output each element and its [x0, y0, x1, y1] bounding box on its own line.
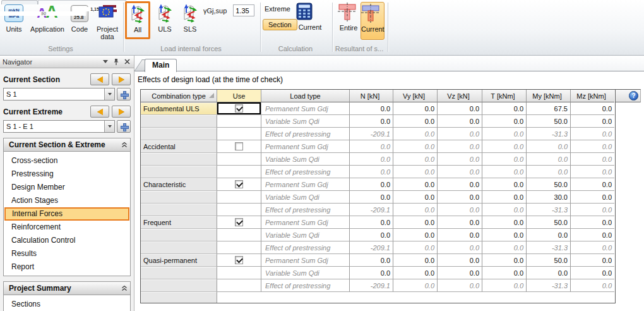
sidebar-item-results[interactable]: Results: [4, 247, 130, 260]
value-cell[interactable]: 0.0: [350, 178, 393, 191]
value-cell[interactable]: 0.0: [350, 229, 393, 241]
load-type-cell[interactable]: Permanent Sum Gdj: [261, 102, 350, 115]
use-cell[interactable]: [217, 267, 261, 279]
use-cell[interactable]: [217, 115, 261, 128]
value-cell[interactable]: 0.0: [571, 241, 614, 254]
load-type-cell[interactable]: Permanent Sum Gdj: [261, 140, 350, 153]
gamma-gj-sup-input[interactable]: [233, 4, 254, 16]
value-cell[interactable]: 0.0: [438, 178, 482, 191]
value-cell[interactable]: 0.0: [482, 128, 527, 140]
load-type-cell[interactable]: Effect of prestressing: [261, 166, 350, 178]
use-cell[interactable]: [217, 140, 261, 153]
value-cell[interactable]: -31.3: [527, 279, 571, 292]
current-section-select[interactable]: S 1: [3, 88, 115, 101]
combination-cell[interactable]: Frequent: [141, 216, 217, 229]
value-cell[interactable]: 0.0: [350, 115, 393, 128]
value-cell[interactable]: 0.0: [571, 191, 614, 204]
column-header-use[interactable]: Use: [217, 90, 261, 102]
value-cell[interactable]: 0.0: [393, 178, 438, 191]
load-type-cell[interactable]: Variable Sum Qdi: [261, 229, 350, 241]
combination-cell[interactable]: [141, 241, 217, 254]
value-cell[interactable]: 0.0: [438, 115, 482, 128]
combination-cell[interactable]: [141, 204, 217, 216]
value-cell[interactable]: 0.0: [438, 191, 482, 204]
value-cell[interactable]: 0.0: [571, 153, 614, 166]
value-cell[interactable]: 0.0: [527, 166, 571, 178]
value-cell[interactable]: 0.0: [571, 254, 614, 267]
load-all-button[interactable]: All: [125, 1, 150, 39]
value-cell[interactable]: -31.3: [527, 128, 571, 140]
load-type-cell[interactable]: Permanent Sum Gdj: [261, 254, 350, 267]
value-cell[interactable]: 0.0: [571, 279, 614, 292]
value-cell[interactable]: 0.0: [482, 229, 527, 241]
value-cell[interactable]: 0.0: [393, 128, 438, 140]
value-cell[interactable]: 0.0: [571, 115, 614, 128]
value-cell[interactable]: 0.0: [527, 229, 571, 241]
sidebar-item-prestressing[interactable]: Prestressing: [4, 168, 130, 181]
use-cell[interactable]: [217, 102, 261, 115]
value-cell[interactable]: 0.0: [571, 178, 614, 191]
load-type-cell[interactable]: Variable Sum Qdi: [261, 153, 350, 166]
prev-extreme-button[interactable]: [90, 106, 109, 118]
value-cell[interactable]: 0.0: [438, 102, 482, 115]
use-cell[interactable]: [217, 204, 261, 216]
value-cell[interactable]: 0.0: [438, 216, 482, 229]
resultant-current-button[interactable]: Current: [361, 2, 385, 40]
use-checkbox[interactable]: [235, 142, 243, 150]
value-cell[interactable]: 0.0: [393, 216, 438, 229]
column-header-n-kn[interactable]: N [kN]: [350, 90, 393, 102]
value-cell[interactable]: 0.0: [393, 115, 438, 128]
current-extreme-select[interactable]: S 1 - E 1: [3, 120, 115, 133]
value-cell[interactable]: 0.0: [438, 140, 482, 153]
chevron-down-icon[interactable]: [104, 88, 114, 100]
use-cell[interactable]: [217, 153, 261, 166]
value-cell[interactable]: 0.0: [438, 267, 482, 279]
panel-menu-icon[interactable]: [101, 58, 110, 66]
column-header-vy-kn[interactable]: Vy [kN]: [393, 90, 438, 102]
value-cell[interactable]: 0.0: [482, 216, 527, 229]
value-cell[interactable]: 0.0: [571, 229, 614, 241]
use-cell[interactable]: [217, 254, 261, 267]
value-cell[interactable]: 0.0: [571, 102, 614, 115]
chevron-down-icon[interactable]: [104, 121, 114, 132]
use-checkbox[interactable]: [235, 180, 243, 188]
value-cell[interactable]: 0.0: [482, 140, 527, 153]
use-cell[interactable]: [217, 279, 261, 292]
value-cell[interactable]: 30.0: [527, 191, 571, 204]
project-data-button[interactable]: Project data: [92, 3, 122, 40]
value-cell[interactable]: 0.0: [527, 140, 571, 153]
help-icon[interactable]: ?: [629, 91, 638, 101]
application-button[interactable]: AA Application: [29, 3, 66, 33]
sidebar-item-sections[interactable]: Sections: [4, 298, 130, 311]
column-header-load-type[interactable]: Load type: [261, 90, 350, 102]
value-cell[interactable]: 0.0: [438, 128, 482, 140]
value-cell[interactable]: -31.3: [527, 204, 571, 216]
value-cell[interactable]: -209.1: [350, 279, 393, 292]
resultant-entire-button[interactable]: Entire: [338, 3, 359, 32]
combination-cell[interactable]: Characteristic: [141, 178, 217, 191]
value-cell[interactable]: 0.0: [393, 140, 438, 153]
use-checkbox[interactable]: [235, 218, 243, 226]
value-cell[interactable]: 0.0: [571, 140, 614, 153]
combination-cell[interactable]: [141, 166, 217, 178]
value-cell[interactable]: 0.0: [482, 115, 527, 128]
load-type-cell[interactable]: Permanent Sum Gdj: [261, 178, 350, 191]
use-checkbox[interactable]: [235, 256, 243, 264]
value-cell[interactable]: 0.0: [482, 191, 527, 204]
value-cell[interactable]: 0.0: [482, 279, 527, 292]
use-cell[interactable]: [217, 128, 261, 140]
use-cell[interactable]: [217, 191, 261, 204]
value-cell[interactable]: 0.0: [438, 229, 482, 241]
value-cell[interactable]: -209.1: [350, 204, 393, 216]
value-cell[interactable]: 0.0: [393, 254, 438, 267]
prev-section-button[interactable]: [90, 73, 109, 85]
section-header-current[interactable]: Current Section & Extreme: [3, 138, 131, 152]
value-cell[interactable]: 50.0: [527, 254, 571, 267]
value-cell[interactable]: 0.0: [571, 267, 614, 279]
value-cell[interactable]: 0.0: [482, 254, 527, 267]
value-cell[interactable]: 0.0: [438, 279, 482, 292]
value-cell[interactable]: 0.0: [438, 241, 482, 254]
value-cell[interactable]: 0.0: [393, 153, 438, 166]
combination-cell[interactable]: Accidental: [141, 140, 217, 153]
combination-cell[interactable]: [141, 191, 217, 204]
